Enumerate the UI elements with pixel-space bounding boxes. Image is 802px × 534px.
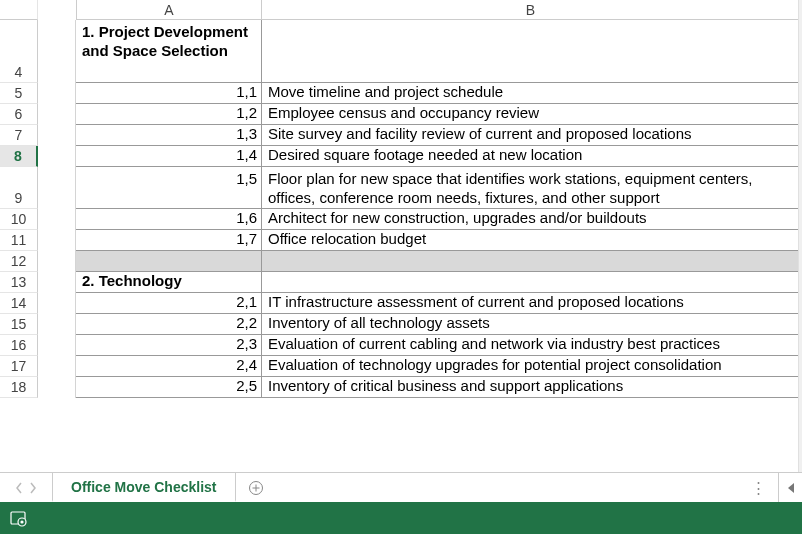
cell-A14[interactable]: 2,1 <box>76 293 262 314</box>
gutter <box>38 167 76 209</box>
row-header[interactable]: 11 <box>0 230 38 251</box>
row-header[interactable]: 6 <box>0 104 38 125</box>
row-header[interactable]: 9 <box>0 167 38 209</box>
sheet-tab-active[interactable]: Office Move Checklist <box>52 472 236 502</box>
gutter <box>38 293 76 314</box>
row-header[interactable]: 15 <box>0 314 38 335</box>
spreadsheet-grid[interactable]: A B 41. Project Development and Space Se… <box>0 0 802 472</box>
select-all-corner[interactable] <box>0 0 38 20</box>
gutter <box>38 125 76 146</box>
svg-point-3 <box>20 520 23 523</box>
cell-A5[interactable]: 1,1 <box>76 83 262 104</box>
cell-B16[interactable]: Evaluation of current cabling and networ… <box>262 335 800 356</box>
record-macro-icon[interactable] <box>10 509 28 527</box>
cell-B13[interactable] <box>262 272 800 293</box>
tab-nav-arrows-icon <box>16 482 36 494</box>
cell-A13[interactable]: 2. Technology <box>76 272 262 293</box>
cell-B12[interactable] <box>262 251 800 272</box>
plus-circle-icon <box>248 480 264 496</box>
cell-B15[interactable]: Inventory of all technology assets <box>262 314 800 335</box>
cell-B17[interactable]: Evaluation of technology upgrades for po… <box>262 356 800 377</box>
gutter <box>38 377 76 398</box>
cell-B9[interactable]: Floor plan for new space that identifies… <box>262 167 800 209</box>
row-header[interactable]: 14 <box>0 293 38 314</box>
cell-B4[interactable] <box>262 20 800 83</box>
row-header[interactable]: 18 <box>0 377 38 398</box>
column-header-A[interactable]: A <box>76 0 262 20</box>
gutter <box>38 209 76 230</box>
gutter <box>38 314 76 335</box>
cell-A10[interactable]: 1,6 <box>76 209 262 230</box>
status-bar <box>0 502 802 534</box>
gutter <box>38 146 76 167</box>
row-header[interactable]: 5 <box>0 83 38 104</box>
tab-nav-buttons[interactable] <box>0 473 52 502</box>
cell-A11[interactable]: 1,7 <box>76 230 262 251</box>
tab-options-menu[interactable]: ⋮ <box>738 473 778 502</box>
cell-A18[interactable]: 2,5 <box>76 377 262 398</box>
cell-A17[interactable]: 2,4 <box>76 356 262 377</box>
gutter <box>38 251 76 272</box>
cell-B14[interactable]: IT infrastructure assessment of current … <box>262 293 800 314</box>
row-header[interactable]: 13 <box>0 272 38 293</box>
cell-A6[interactable]: 1,2 <box>76 104 262 125</box>
row-header[interactable]: 4 <box>0 20 38 83</box>
cell-B7[interactable]: Site survey and facility review of curre… <box>262 125 800 146</box>
cell-A15[interactable]: 2,2 <box>76 314 262 335</box>
gutter <box>38 272 76 293</box>
horizontal-scroll-left[interactable] <box>778 473 802 502</box>
row-header[interactable]: 7 <box>0 125 38 146</box>
cell-B11[interactable]: Office relocation budget <box>262 230 800 251</box>
cell-A8[interactable]: 1,4 <box>76 146 262 167</box>
sheet-tab-strip: Office Move Checklist ⋮ <box>0 472 802 502</box>
add-sheet-button[interactable] <box>236 473 276 502</box>
vertical-scrollbar[interactable] <box>798 0 802 472</box>
row-header[interactable]: 17 <box>0 356 38 377</box>
triangle-left-icon <box>786 482 796 494</box>
cell-A12[interactable] <box>76 251 262 272</box>
row-header[interactable]: 16 <box>0 335 38 356</box>
gutter <box>38 335 76 356</box>
row-header[interactable]: 10 <box>0 209 38 230</box>
cell-A4[interactable]: 1. Project Development and Space Selecti… <box>76 20 262 83</box>
column-header-B[interactable]: B <box>262 0 800 20</box>
cell-B8[interactable]: Desired square footage needed at new loc… <box>262 146 800 167</box>
row-header[interactable]: 8 <box>0 146 38 167</box>
cell-B18[interactable]: Inventory of critical business and suppo… <box>262 377 800 398</box>
cell-A16[interactable]: 2,3 <box>76 335 262 356</box>
cell-A7[interactable]: 1,3 <box>76 125 262 146</box>
cell-B5[interactable]: Move timeline and project schedule <box>262 83 800 104</box>
gutter <box>38 20 76 83</box>
cell-A9[interactable]: 1,5 <box>76 167 262 209</box>
gutter <box>38 104 76 125</box>
gutter <box>38 230 76 251</box>
row-header[interactable]: 12 <box>0 251 38 272</box>
cell-B6[interactable]: Employee census and occupancy review <box>262 104 800 125</box>
cell-B10[interactable]: Architect for new construction, upgrades… <box>262 209 800 230</box>
gutter <box>38 83 76 104</box>
gutter <box>38 356 76 377</box>
